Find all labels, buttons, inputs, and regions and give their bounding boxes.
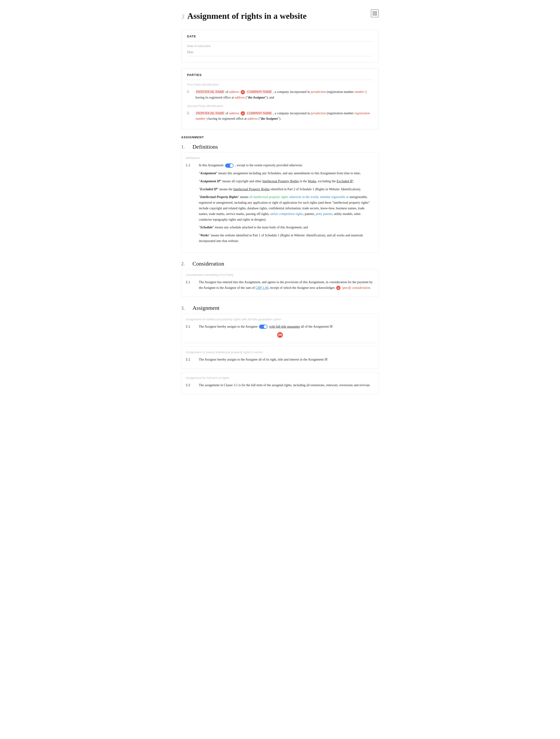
party-1-of: of bbox=[226, 90, 229, 94]
party-2-address1: address bbox=[229, 112, 239, 115]
svg-rect-2 bbox=[373, 14, 374, 15]
clause-1-1-after-toggle: , except to the extent expressly provide… bbox=[235, 163, 303, 167]
clause-2-1-row: 2.1 The Assignor has entered into this A… bbox=[186, 279, 374, 291]
parties-section: PARTIES First Party identification 1. IN… bbox=[181, 68, 379, 130]
definitions-list: "Assignment" means this assignment inclu… bbox=[199, 170, 374, 244]
party-1-number: number bbox=[355, 90, 365, 94]
def-excluded-ip: "Excluded IP" means the Intellectual Pro… bbox=[199, 186, 374, 192]
party-1-individual-name: INDIVIDUAL NAME bbox=[195, 90, 225, 94]
clause-3-2-label: Assignment for full term of rights bbox=[186, 376, 374, 381]
party-1: 1. INDIVIDUAL NAME of address or COMPANY… bbox=[187, 89, 373, 101]
def-assignment-ip: "Assignment IP" means all copyright and … bbox=[199, 178, 374, 184]
party-1-reg-close: ) bbox=[366, 90, 367, 94]
section-3-title: Assignment bbox=[192, 303, 220, 312]
party-2-reg-close: ) bbox=[206, 117, 207, 120]
clause-3-1a-num: 3.1 bbox=[186, 324, 194, 329]
page-title: Assignment of rights in a website bbox=[187, 9, 307, 23]
specify-consideration: specify consideration bbox=[342, 286, 370, 290]
grid-icon-button[interactable] bbox=[371, 9, 379, 17]
section-3: 3. Assignment Assignment of intellectual… bbox=[181, 303, 379, 394]
section-1-num: 1. bbox=[181, 143, 189, 151]
def-ipr: "Intellectual Property Rights" means all… bbox=[199, 194, 374, 222]
clause-2-1-label: Consideration benefiting First Party bbox=[186, 273, 374, 278]
date-section: DATE Date of execution Date bbox=[181, 30, 379, 62]
party-1-assignor: ("the Assignor"); and bbox=[246, 96, 274, 99]
svg-rect-1 bbox=[375, 11, 377, 13]
party-1-reg-text: (registration number bbox=[327, 90, 355, 94]
def-schedule: "Schedule" means any schedule attached t… bbox=[199, 225, 374, 230]
date-execution-label: Date of execution bbox=[187, 44, 373, 49]
parties-section-label: PARTIES bbox=[187, 73, 373, 78]
clause-2-1-num: 2.1 bbox=[186, 279, 194, 291]
party-2-num: 2. bbox=[187, 111, 192, 122]
clause-3-2-num: 3.2 bbox=[186, 383, 194, 388]
clause-3-2-row: 3.2 The assignment in Clause 3.1 is for … bbox=[186, 383, 374, 388]
party-1-text: INDIVIDUAL NAME of address or COMPANY NA… bbox=[195, 89, 373, 101]
clause-2-1-text: The Assignor has entered into this Assig… bbox=[199, 279, 374, 291]
full-title-text: with full title guarantee bbox=[269, 325, 300, 328]
party-1-address1: address bbox=[229, 90, 239, 94]
party-2-of: of bbox=[226, 112, 229, 115]
svg-rect-3 bbox=[375, 14, 377, 15]
clause-3-1a-text: The Assignor hereby assigns to the Assig… bbox=[199, 324, 374, 329]
parties-list-2: 2. INDIVIDUAL NAME of address or COMPANY… bbox=[187, 111, 373, 122]
party-1-company-name: COMPANY NAME bbox=[247, 90, 272, 94]
def-works: "Works" means the website identified in … bbox=[199, 233, 374, 244]
clause-3-1b-num: 3.1 bbox=[186, 357, 194, 362]
party-2: 2. INDIVIDUAL NAME of address or COMPANY… bbox=[187, 111, 373, 122]
party-1-jurisdiction: jurisdiction bbox=[311, 90, 326, 94]
party-2-jurisdiction: jurisdiction bbox=[311, 112, 326, 115]
clause-3-1b-text: The Assignor hereby assigns to the Assig… bbox=[199, 357, 374, 362]
clause-3-2-block: Assignment for full term of rights 3.2 T… bbox=[181, 372, 379, 395]
party-1-address2: address bbox=[235, 96, 245, 99]
clause-2-1-block: Consideration benefiting First Party 2.1… bbox=[181, 269, 379, 297]
party-2-assignee: ("the Assignee"). bbox=[259, 117, 281, 120]
section-2-num: 2. bbox=[181, 260, 189, 267]
toggle-dot bbox=[230, 164, 233, 167]
svg-rect-0 bbox=[373, 11, 374, 13]
full-title-toggle-dot bbox=[264, 325, 267, 328]
party-2-text: INDIVIDUAL NAME of address or COMPANY NA… bbox=[195, 111, 373, 122]
section-1: 1. Definitions Definitions 1.1 In this A… bbox=[181, 142, 379, 253]
party-1-office-text: having its registered office at bbox=[195, 96, 235, 99]
clause-1-1-block: Definitions 1.1 In this Assignment , exc… bbox=[181, 152, 379, 252]
party-2-company-text: , a company incorporated in bbox=[273, 112, 311, 115]
clause-3-2-text: The assignment in Clause 3.1 is for the … bbox=[199, 383, 374, 388]
consideration-or-badge: or bbox=[336, 286, 340, 290]
party-2-individual-name: INDIVIDUAL NAME bbox=[195, 112, 225, 115]
section-3-num: 3. bbox=[181, 304, 189, 312]
party-2-company-name: COMPANY NAME bbox=[247, 112, 272, 115]
clause-3-1b-block: Assignment of owned intellectual propert… bbox=[181, 346, 379, 369]
party-2-address2: address bbox=[248, 117, 258, 120]
section-2-title: Consideration bbox=[192, 259, 224, 268]
clause-3-1a-row: 3.1 The Assignor hereby assigns to the A… bbox=[186, 324, 374, 329]
party-2-reg-text: (registration number bbox=[327, 112, 355, 115]
section-2: 2. Consideration Consideration benefitin… bbox=[181, 259, 379, 297]
clause-3-1a-label: Assignment of intellectual property righ… bbox=[186, 317, 374, 322]
or-badge-large: OR bbox=[277, 332, 283, 338]
party-1-or-badge: or bbox=[240, 90, 247, 94]
full-title-toggle[interactable] bbox=[259, 325, 268, 329]
date-value: Date bbox=[187, 50, 373, 56]
definitions-toggle[interactable] bbox=[225, 163, 234, 168]
clause-3-1a-block: Assignment of intellectual property righ… bbox=[181, 313, 379, 343]
clause-3-1b-row: 3.1 The Assignor hereby assigns to the A… bbox=[186, 357, 374, 362]
assignment-label: ASSIGNMENT bbox=[181, 135, 379, 140]
clause-1-1-num: 1.1 bbox=[186, 162, 194, 246]
clause-1-1-intro: In this Assignment bbox=[199, 163, 225, 167]
date-section-label: DATE bbox=[187, 34, 373, 39]
party-1-company-text: , a company incorporated in bbox=[273, 90, 311, 94]
party-1-num: 1. bbox=[187, 89, 192, 101]
second-party-label: Second Party identification bbox=[187, 104, 373, 109]
clause-1-1-text: In this Assignment , except to the exten… bbox=[199, 162, 374, 246]
clause-3-1b-label: Assignment of owned intellectual propert… bbox=[186, 350, 374, 355]
doc-number: 3 bbox=[181, 11, 184, 22]
clause-1-1-label: Definitions bbox=[186, 156, 374, 161]
gbp-amount: GBP 1.00 bbox=[256, 286, 268, 290]
clause-1-1-row: 1.1 In this Assignment , except to the e… bbox=[186, 162, 374, 246]
or-divider-center: OR bbox=[186, 332, 374, 338]
party-2-office-text: having its registered office at bbox=[208, 117, 248, 120]
section-1-title: Definitions bbox=[192, 142, 218, 151]
party-2-or-badge: or bbox=[240, 112, 247, 115]
parties-list: 1. INDIVIDUAL NAME of address or COMPANY… bbox=[187, 89, 373, 101]
